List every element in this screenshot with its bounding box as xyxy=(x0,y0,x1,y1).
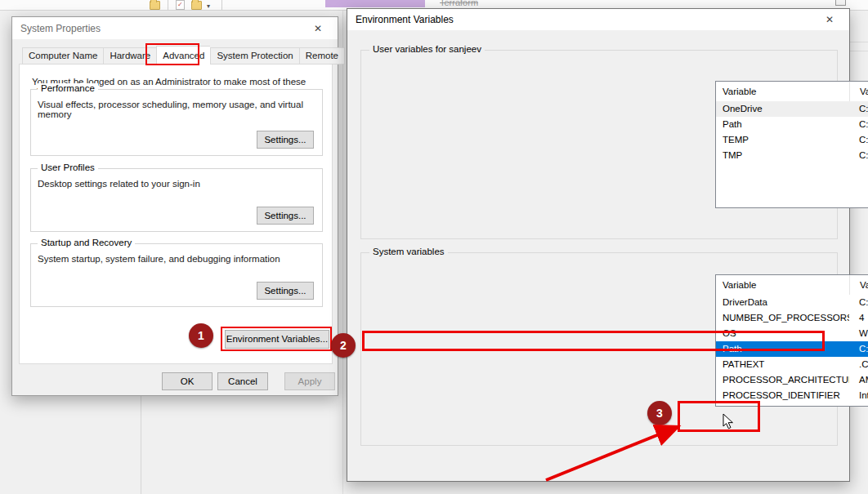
annotation-marker-2: 2 xyxy=(331,333,356,358)
toolbar-separator xyxy=(221,0,222,10)
user-profiles-group: User Profiles Desktop settings related t… xyxy=(30,168,323,232)
close-icon[interactable]: ✕ xyxy=(306,23,329,34)
variable-value: C:\Users\\OneDrive xyxy=(849,101,868,117)
background-square xyxy=(835,0,846,6)
chevron-down-icon: ▾ xyxy=(207,2,210,10)
close-icon[interactable]: ✕ xyxy=(818,14,841,25)
group-description: Visual effects, processor scheduling, me… xyxy=(38,100,315,119)
variable-value: C:\Users\\AppData\Local\Temp xyxy=(849,148,868,163)
annotation-arrow xyxy=(539,418,687,488)
variable-name: NUMBER_OF_PROCESSORS xyxy=(716,310,849,326)
background-divider xyxy=(342,11,343,494)
variable-value: Intel64 Family 6 Model 158 Stepping 10, … xyxy=(849,388,868,403)
table-row-driverdata[interactable]: DriverDataC:\Windows\System32\Drivers\Dr… xyxy=(716,295,868,310)
background-highlight-block xyxy=(325,0,425,7)
annotation-box-path-row xyxy=(362,331,825,351)
variable-value: .COM;.EXE;.BAT;.CMD;.VBS;.VBE;.JS;.JSE;.… xyxy=(849,357,868,372)
system-properties-titlebar[interactable]: System Properties ✕ xyxy=(12,17,338,39)
table-row-tmp[interactable]: TMPC:\Users\\AppData\Local\Temp xyxy=(716,148,868,163)
environment-variables-dialog: Environment Variables ✕ User variables f… xyxy=(347,8,850,482)
dialog-title: System Properties xyxy=(20,23,306,34)
variable-name: PATHEXT xyxy=(716,357,849,372)
group-title: User variables for sanjeev xyxy=(369,44,485,54)
toolbar-separator xyxy=(168,0,168,10)
dialog-title: Environment Variables xyxy=(356,14,818,25)
variable-value: C:\Windows\System32\Drivers\DriverData xyxy=(849,295,868,310)
column-header-variable[interactable]: Variable xyxy=(716,275,849,295)
background-divider xyxy=(850,42,868,42)
group-title: System variables xyxy=(369,247,448,256)
variable-value: AMD64 xyxy=(849,372,868,388)
cancel-button[interactable]: Cancel xyxy=(217,372,268,390)
annotation-box-edit-button xyxy=(678,401,760,432)
startup-recovery-group: Startup and Recovery System startup, sys… xyxy=(30,243,323,307)
table-header: Variable Value xyxy=(716,82,868,101)
table-row-number_of_processors[interactable]: NUMBER_OF_PROCESSORS4 xyxy=(716,310,868,326)
column-header-value[interactable]: Value xyxy=(849,275,868,295)
table-row-processor_architecture[interactable]: PROCESSOR_ARCHITECTUREAMD64 xyxy=(716,372,868,388)
group-description: System startup, system failure, and debu… xyxy=(38,254,315,264)
background-divider xyxy=(141,396,141,494)
variable-value: C:\Windows\system32;C:\Windows;C:\Window… xyxy=(849,341,868,357)
annotation-marker-1: 1 xyxy=(189,323,213,348)
tab-computer-name[interactable]: Computer Name xyxy=(22,47,103,65)
ok-button[interactable]: OK xyxy=(162,372,213,390)
apply-button: Apply xyxy=(284,372,335,390)
folder-icon xyxy=(191,1,202,10)
performance-settings-button[interactable]: Settings... xyxy=(257,131,314,149)
group-description: Desktop settings related to your sign-in xyxy=(38,179,315,189)
user-variables-table: Variable Value OneDriveC:\Users\\OneDriv… xyxy=(715,81,868,208)
user-profiles-settings-button[interactable]: Settings... xyxy=(257,207,314,225)
table-header: Variable Value xyxy=(716,275,868,295)
group-title: User Profiles xyxy=(38,162,98,172)
background-terraform-label: Terraform xyxy=(440,0,478,8)
variable-value: C:\Users\\AppData\Local\Temp xyxy=(849,132,868,148)
table-row-temp[interactable]: TEMPC:\Users\\AppData\Local\Temp xyxy=(716,132,868,148)
variable-value: Windows_NT xyxy=(849,326,868,341)
column-header-value[interactable]: Value xyxy=(849,82,868,101)
variable-name: OneDrive xyxy=(716,101,849,117)
check-document-icon xyxy=(176,0,185,10)
variable-name: TEMP xyxy=(716,132,849,148)
variable-name: PROCESSOR_ARCHITECTURE xyxy=(716,372,849,388)
group-title: Startup and Recovery xyxy=(38,238,135,247)
startup-settings-button[interactable]: Settings... xyxy=(257,282,314,300)
table-row-onedrive[interactable]: OneDriveC:\Users\\OneDrive xyxy=(716,101,868,117)
column-header-variable[interactable]: Variable xyxy=(716,82,849,101)
annotation-box-advanced-tab xyxy=(145,43,199,65)
environment-variables-titlebar[interactable]: Environment Variables ✕ xyxy=(347,9,849,30)
table-row-pathext[interactable]: PATHEXT.COM;.EXE;.BAT;.CMD;.VBS;.VBE;.JS… xyxy=(716,357,868,372)
folder-icon xyxy=(150,1,160,10)
performance-group: Performance Visual effects, processor sc… xyxy=(30,89,323,156)
variable-name: Path xyxy=(716,117,849,132)
table-row-path[interactable]: PathC:\Users\\AppData\Local\Microsoft\Wi… xyxy=(716,117,868,132)
tab-remote[interactable]: Remote xyxy=(299,47,345,65)
tab-system-protection[interactable]: System Protection xyxy=(210,47,298,65)
variable-value: 4 xyxy=(849,310,868,326)
annotation-box-env-vars-button xyxy=(221,327,332,351)
variable-value: C:\Users\\AppData\Local\Microsoft\Window… xyxy=(849,117,868,132)
variable-name: DriverData xyxy=(716,295,849,310)
background-divider xyxy=(850,51,868,51)
variable-name: TMP xyxy=(716,148,849,163)
group-title: Performance xyxy=(38,83,98,93)
mouse-cursor xyxy=(723,413,735,430)
